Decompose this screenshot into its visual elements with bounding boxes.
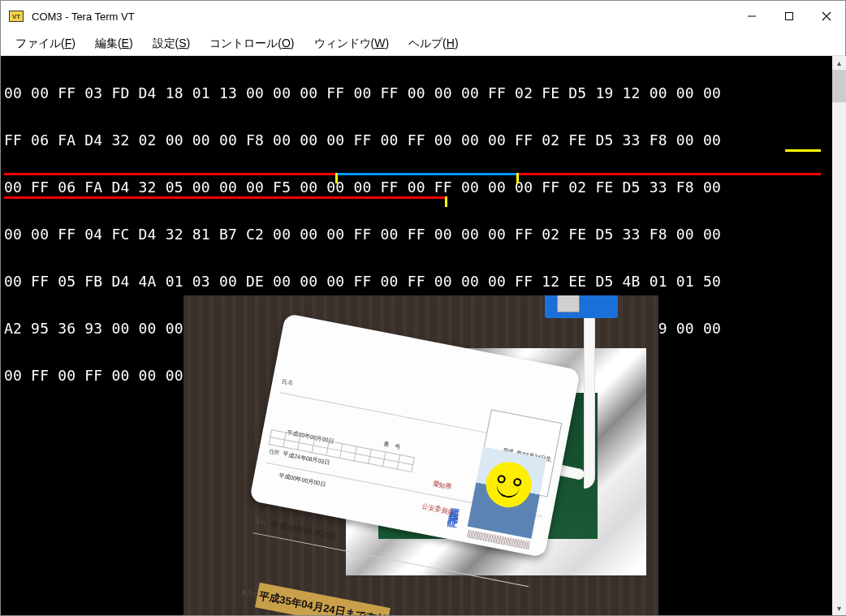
scroll-track[interactable] [832, 70, 846, 601]
scroll-thumb[interactable] [832, 70, 846, 102]
menu-edit[interactable]: 編集(E) [85, 33, 143, 54]
menu-file[interactable]: ファイル(F) [6, 33, 85, 54]
chip-icon [557, 295, 580, 312]
smiley-face-icon [482, 458, 536, 511]
card-issue-date: 平成30年03月25日 [269, 512, 339, 548]
close-button[interactable] [808, 1, 845, 32]
terminal-area[interactable]: 00 00 FF 03 FD D4 18 01 13 00 00 00 FF 0… [1, 56, 845, 615]
highlight-yellow [445, 196, 447, 207]
flat-cable [584, 318, 595, 489]
hex-line: 00 FF 06 FA D4 32 05 00 00 00 F5 00 00 0… [4, 175, 842, 199]
menu-window[interactable]: ウィンドウ(W) [304, 33, 399, 54]
app-icon: VT [9, 11, 24, 22]
highlight-blue [338, 173, 516, 175]
maximize-button[interactable] [770, 1, 808, 32]
scroll-up-icon[interactable]: ▴ [832, 56, 846, 70]
vertical-scrollbar[interactable]: ▴ ▾ [832, 56, 846, 615]
highlight-red [4, 196, 445, 199]
highlight-red [519, 173, 821, 175]
hex-line: 00 FF 05 FB D4 4A 01 03 00 DE 00 00 00 F… [4, 269, 842, 293]
menu-help[interactable]: ヘルプ(H) [399, 33, 468, 54]
menu-setup[interactable]: 設定(S) [143, 33, 201, 54]
app-window: VT COM3 - Tera Term VT ファイル(F) 編集(E) 設定(… [0, 0, 846, 616]
svg-rect-1 [786, 13, 793, 20]
minimize-button[interactable] [733, 1, 770, 32]
hex-line: 00 00 FF 04 FC D4 32 81 B7 C2 00 00 00 F… [4, 222, 842, 246]
scroll-down-icon[interactable]: ▾ [832, 601, 846, 615]
nfc-reader-module [545, 295, 618, 318]
embedded-photo: 氏名 住所 交付平成30年03月25日 免許の 平成35年04月24日まで有効 … [183, 295, 658, 615]
window-title: COM3 - Tera Term VT [32, 11, 733, 23]
highlight-red [4, 173, 335, 175]
card-expiry: 平成35年04月24日まで有効 [255, 583, 391, 615]
card-photo [468, 446, 547, 538]
highlight-yellow [785, 149, 821, 152]
titlebar[interactable]: VT COM3 - Tera Term VT [1, 1, 845, 32]
menu-control[interactable]: コントロール(O) [200, 33, 304, 54]
hex-line: FF 06 FA D4 32 02 00 00 00 F8 00 00 00 F… [4, 128, 842, 152]
hex-line: 00 00 FF 03 FD D4 18 01 13 00 00 00 FF 0… [4, 81, 842, 105]
menubar: ファイル(F) 編集(E) 設定(S) コントロール(O) ウィンドウ(W) ヘ… [1, 32, 845, 56]
